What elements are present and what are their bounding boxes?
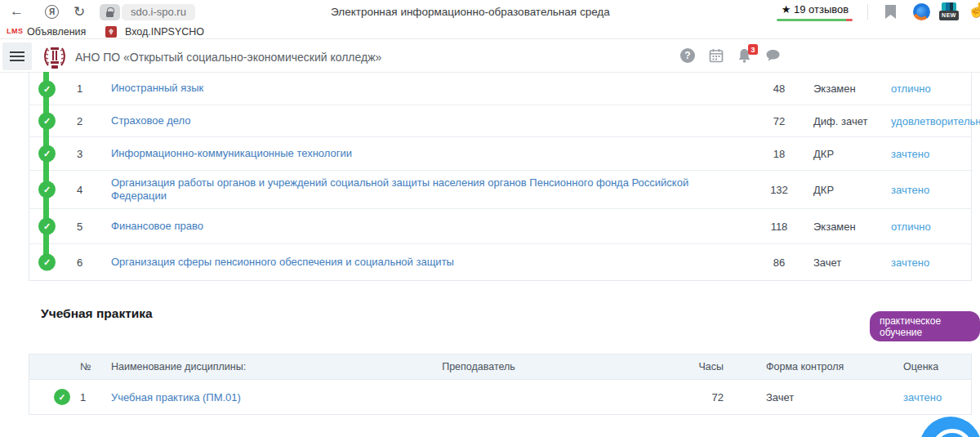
row-status: ✓ xyxy=(29,171,67,208)
header-number: № xyxy=(75,361,101,372)
table-row: ✓ 2 Страховое дело 72 Диф. зачет удовлет… xyxy=(29,105,971,136)
table-row: ✓ 4 Организация работы органов и учрежде… xyxy=(29,170,971,208)
grade-link[interactable]: зачтено xyxy=(887,148,971,160)
subject-link[interactable]: Организация работы органов и учреждений … xyxy=(101,172,746,208)
grade-link[interactable]: отлично xyxy=(887,221,971,233)
header-teacher: Преподаватель xyxy=(381,361,577,372)
subject-link[interactable]: Страховое дело xyxy=(101,109,746,132)
header-discipline: Наименование дисциплины: xyxy=(101,361,381,372)
messages-icon[interactable] xyxy=(765,49,781,62)
college-logo-icon xyxy=(41,42,69,70)
check-icon: ✓ xyxy=(54,389,70,405)
browser-window: ← Я ↻ sdo.i-spo.ru Электронная информаци… xyxy=(0,0,980,437)
check-icon: ✓ xyxy=(38,218,56,235)
grades-table: ✓ 1 Иностранный язык 48 Экзамен отлично … xyxy=(29,73,972,281)
hours-value: 86 xyxy=(746,256,812,269)
new-badge: NEW xyxy=(939,11,959,20)
extension-icon[interactable] xyxy=(913,3,930,20)
row-number: 2 xyxy=(67,115,101,127)
new-extension-icon[interactable]: NEW xyxy=(939,2,959,21)
page-title: Электронная информационно-образовательна… xyxy=(331,6,610,18)
grade-link[interactable]: отлично xyxy=(887,82,971,95)
reload-button[interactable]: ↻ xyxy=(74,4,85,20)
reviews-button[interactable]: ★ 19 отзывов xyxy=(774,3,856,16)
header-hours: Часы xyxy=(577,361,748,372)
yandex-profile-icon[interactable]: Я xyxy=(45,5,59,19)
grade-link[interactable]: зачтено xyxy=(887,184,971,196)
table-row: ✓ 1 Учебная практика (ПМ.01) 72 Зачет за… xyxy=(29,380,971,414)
address-bar[interactable]: sdo.i-spo.ru xyxy=(122,4,195,20)
bookmarks-bar: LMS Объявления Вход.INPSYCHO xyxy=(0,25,980,39)
chat-widget-button[interactable] xyxy=(920,417,980,437)
header-control: Форма контроля xyxy=(748,361,885,372)
control-form: Зачет xyxy=(748,391,885,404)
menu-button[interactable] xyxy=(2,42,32,70)
row-number: 1 xyxy=(75,391,101,404)
row-status: ✓ xyxy=(29,105,67,136)
subject-link[interactable]: Учебная практика (ПМ.01) xyxy=(101,391,381,404)
hours-value: 118 xyxy=(746,221,812,233)
row-status: ✓ xyxy=(29,209,67,243)
row-number: 4 xyxy=(67,184,101,196)
bookmark-announcements[interactable]: Объявления xyxy=(27,26,86,38)
browser-toolbar: ← Я ↻ sdo.i-spo.ru Электронная информаци… xyxy=(0,0,980,25)
header-grade: Оценка xyxy=(885,361,971,372)
toolbar-divider xyxy=(867,4,868,20)
subject-link[interactable]: Организация сферы пенсионного обеспечени… xyxy=(101,251,746,274)
subject-link[interactable]: Иностранный язык xyxy=(101,77,746,100)
lms-favicon: LMS xyxy=(7,27,24,35)
check-icon: ✓ xyxy=(38,80,56,97)
hours-value: 72 xyxy=(746,115,812,127)
notification-badge: 3 xyxy=(748,44,758,55)
row-number: 5 xyxy=(67,221,101,233)
hours-value: 18 xyxy=(746,148,812,160)
row-number: 6 xyxy=(67,256,101,269)
row-status: ✓ xyxy=(29,380,75,414)
table-header-row: № Наименование дисциплины: Преподаватель… xyxy=(29,355,971,380)
practice-table: № Наименование дисциплины: Преподаватель… xyxy=(29,354,972,415)
table-row: ✓ 3 Информационно-коммуникационные техно… xyxy=(29,136,971,170)
practice-type-badge: практическое обучение xyxy=(870,311,980,341)
table-row: ✓ 5 Финансовое право 118 Экзамен отлично xyxy=(29,208,971,243)
hours-value: 132 xyxy=(746,184,812,196)
check-icon: ✓ xyxy=(38,113,56,130)
grade-link[interactable]: зачтено xyxy=(885,391,971,404)
hours-value: 72 xyxy=(577,391,748,404)
row-status: ✓ xyxy=(29,244,67,280)
college-name: АНО ПО «Открытый социально-экономический… xyxy=(75,51,381,64)
check-icon: ✓ xyxy=(38,254,56,271)
row-status: ✓ xyxy=(29,137,67,170)
bookmark-inpsycho[interactable]: Вход.INPSYCHO xyxy=(125,26,204,38)
calendar-icon[interactable] xyxy=(709,48,724,63)
hand-cursor-icon[interactable]: ☝ xyxy=(968,2,980,19)
control-form: Диф. зачет xyxy=(812,115,887,127)
check-icon: ✓ xyxy=(38,145,56,163)
row-number: 1 xyxy=(67,82,101,95)
control-form: ДКР xyxy=(812,184,887,196)
control-form: Экзамен xyxy=(812,82,887,95)
subject-link[interactable]: Информационно-коммуникационные технологи… xyxy=(101,142,746,165)
header-icons: ? 3 xyxy=(680,48,781,63)
grade-link[interactable]: зачтено xyxy=(887,256,971,269)
control-form: Экзамен xyxy=(812,221,887,233)
section-title: Учебная практика xyxy=(41,306,153,321)
row-status: ✓ xyxy=(29,73,67,105)
table-row: ✓ 1 Иностранный язык 48 Экзамен отлично xyxy=(29,73,971,105)
back-button[interactable]: ← xyxy=(10,3,24,20)
control-form: ДКР xyxy=(812,148,887,160)
control-form: Зачет xyxy=(812,256,887,269)
notifications-bell-icon[interactable]: 3 xyxy=(737,48,751,63)
row-number: 3 xyxy=(67,148,101,160)
reviews-rating-bar xyxy=(777,19,853,21)
table-row: ✓ 6 Организация сферы пенсионного обеспе… xyxy=(29,243,971,280)
help-icon[interactable]: ? xyxy=(680,48,695,63)
reviews-label: ★ 19 отзывов xyxy=(782,3,849,16)
lock-icon[interactable] xyxy=(100,4,120,20)
bookmark-icon[interactable] xyxy=(885,5,896,19)
hours-value: 48 xyxy=(746,82,812,95)
grade-link[interactable]: удовлетворительно xyxy=(887,115,980,127)
check-icon: ✓ xyxy=(38,181,56,198)
emblem-favicon xyxy=(105,26,117,38)
padlock-shape xyxy=(106,11,114,17)
subject-link[interactable]: Финансовое право xyxy=(101,215,746,238)
